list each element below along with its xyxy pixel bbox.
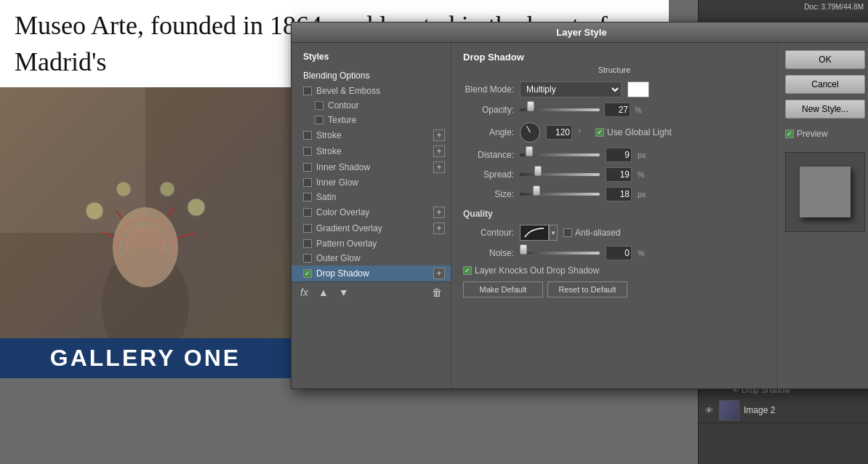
angle-row: Angle: ° Use Global Light — [463, 122, 765, 143]
checkbox-pattern-overlay[interactable] — [303, 239, 312, 248]
preview-container — [785, 152, 865, 232]
style-item-outer-glow[interactable]: Outer Glow — [292, 251, 451, 265]
add-btn-drop-shadow[interactable]: + — [433, 268, 445, 279]
layer-item-image2[interactable]: 👁 Image 2 — [699, 397, 868, 423]
add-btn-gradient-overlay[interactable]: + — [433, 223, 445, 234]
dialog-title-bar: Layer Style — [292, 23, 868, 43]
add-btn-inner-shadow[interactable]: + — [433, 161, 445, 173]
distance-slider[interactable] — [520, 150, 600, 160]
make-default-button[interactable]: Make Default — [463, 281, 543, 297]
spread-slider[interactable] — [520, 169, 600, 180]
anti-aliased-text: Anti-aliased — [575, 228, 621, 238]
distance-slider-thumb[interactable] — [526, 146, 533, 156]
preview-checkbox-label[interactable]: Preview — [785, 129, 864, 139]
checkbox-gradient-overlay[interactable] — [303, 224, 312, 233]
style-item-drop-shadow[interactable]: Drop Shadow + — [292, 265, 451, 281]
noise-slider-thumb[interactable] — [520, 244, 527, 255]
noise-row: Noise: % — [463, 246, 765, 260]
style-item-color-overlay[interactable]: Color Overlay + — [292, 204, 451, 220]
style-item-bevel[interactable]: Bevel & Emboss — [292, 84, 451, 98]
contour-picker: ▼ — [520, 225, 558, 241]
noise-slider[interactable] — [520, 248, 600, 258]
checkbox-satin[interactable] — [303, 193, 312, 201]
label-stroke2: Stroke — [316, 146, 342, 156]
spread-input[interactable] — [606, 167, 632, 182]
anti-aliased-label[interactable]: Anti-aliased — [563, 228, 621, 238]
style-item-contour[interactable]: Contour — [292, 98, 451, 113]
label-contour: Contour — [328, 100, 359, 111]
move-down-icon[interactable]: ▼ — [336, 285, 352, 300]
default-buttons-row: Make Default Reset to Default — [463, 281, 765, 297]
checkbox-stroke1[interactable] — [303, 131, 312, 140]
gallery-label: GALLERY ONE — [0, 338, 291, 378]
ok-button[interactable]: OK — [785, 50, 865, 69]
style-item-pattern-overlay[interactable]: Pattern Overlay — [292, 236, 451, 251]
style-item-texture[interactable]: Texture — [292, 113, 451, 127]
checkbox-texture[interactable] — [315, 116, 324, 124]
move-up-icon[interactable]: ▲ — [316, 285, 331, 300]
angle-dial[interactable] — [520, 122, 540, 143]
checkbox-contour[interactable] — [315, 101, 324, 110]
opacity-row: Opacity: % — [463, 103, 765, 117]
size-row: Size: px — [463, 187, 765, 201]
use-global-light-checkbox[interactable] — [595, 128, 604, 137]
opacity-slider[interactable] — [520, 105, 600, 115]
styles-panel: Styles Blending Options Bevel & Emboss C… — [292, 43, 451, 388]
visibility-icon-image2[interactable]: 👁 — [703, 404, 715, 416]
style-item-satin[interactable]: Satin — [292, 190, 451, 204]
delete-style-icon[interactable]: 🗑 — [429, 285, 445, 300]
anti-aliased-checkbox[interactable] — [563, 228, 572, 237]
use-global-light-text: Use Global Light — [607, 127, 672, 137]
style-item-inner-shadow[interactable]: Inner Shadow + — [292, 159, 451, 175]
checkbox-color-overlay[interactable] — [303, 208, 312, 217]
add-btn-stroke2[interactable]: + — [433, 145, 445, 157]
style-item-stroke2[interactable]: Stroke + — [292, 143, 451, 159]
checkbox-outer-glow[interactable] — [303, 254, 312, 263]
size-slider-thumb[interactable] — [533, 185, 540, 196]
add-btn-color-overlay[interactable]: + — [433, 207, 445, 218]
label-drop-shadow: Drop Shadow — [316, 268, 369, 279]
checkbox-inner-glow[interactable] — [303, 178, 312, 187]
checkbox-drop-shadow[interactable] — [303, 269, 312, 278]
size-unit: px — [638, 190, 649, 199]
spread-slider-thumb[interactable] — [534, 166, 542, 176]
label-color-overlay: Color Overlay — [316, 207, 369, 217]
layer-style-dialog: Layer Style Styles Blending Options Beve… — [291, 22, 868, 389]
new-style-button[interactable]: New Style... — [785, 100, 865, 119]
contour-preview-swatch[interactable] — [520, 225, 549, 241]
preview-checkbox[interactable] — [785, 129, 794, 138]
checkbox-bevel[interactable] — [303, 87, 312, 95]
fx-toolbar-icon[interactable]: fx — [297, 285, 311, 300]
opacity-input[interactable] — [604, 103, 630, 117]
drop-shadow-color-swatch[interactable] — [627, 81, 649, 97]
knock-out-label[interactable]: Layer Knocks Out Drop Shadow — [463, 265, 599, 276]
reset-to-default-button[interactable]: Reset to Default — [547, 281, 627, 297]
contour-dropdown-btn[interactable]: ▼ — [549, 225, 558, 241]
style-item-inner-glow[interactable]: Inner Glow — [292, 175, 451, 190]
add-btn-stroke1[interactable]: + — [433, 129, 445, 141]
label-pattern-overlay: Pattern Overlay — [316, 239, 377, 249]
distance-input[interactable] — [606, 148, 632, 162]
knock-out-text: Layer Knocks Out Drop Shadow — [475, 265, 599, 276]
opacity-unit: % — [635, 105, 646, 114]
blend-mode-select[interactable]: Multiply Normal Screen Overlay — [520, 81, 622, 97]
label-texture: Texture — [328, 115, 356, 125]
size-label: Size: — [463, 189, 514, 199]
blend-mode-row: Blend Mode: Multiply Normal Screen Overl… — [463, 81, 765, 97]
style-item-gradient-overlay[interactable]: Gradient Overlay + — [292, 220, 451, 236]
style-item-stroke1[interactable]: Stroke + — [292, 127, 451, 143]
knock-out-checkbox[interactable] — [463, 266, 472, 275]
label-inner-shadow: Inner Shadow — [316, 162, 370, 172]
size-slider[interactable] — [520, 189, 600, 199]
opacity-slider-thumb[interactable] — [527, 101, 534, 111]
checkbox-stroke2[interactable] — [303, 147, 312, 156]
blending-options-item[interactable]: Blending Options — [292, 68, 451, 84]
noise-unit: % — [638, 249, 649, 257]
svg-point-14 — [160, 182, 174, 196]
use-global-light-label[interactable]: Use Global Light — [595, 127, 672, 137]
angle-input[interactable] — [546, 125, 572, 140]
checkbox-inner-shadow[interactable] — [303, 163, 312, 172]
noise-input[interactable] — [606, 246, 632, 260]
cancel-button[interactable]: Cancel — [785, 75, 865, 94]
size-input[interactable] — [606, 187, 632, 201]
